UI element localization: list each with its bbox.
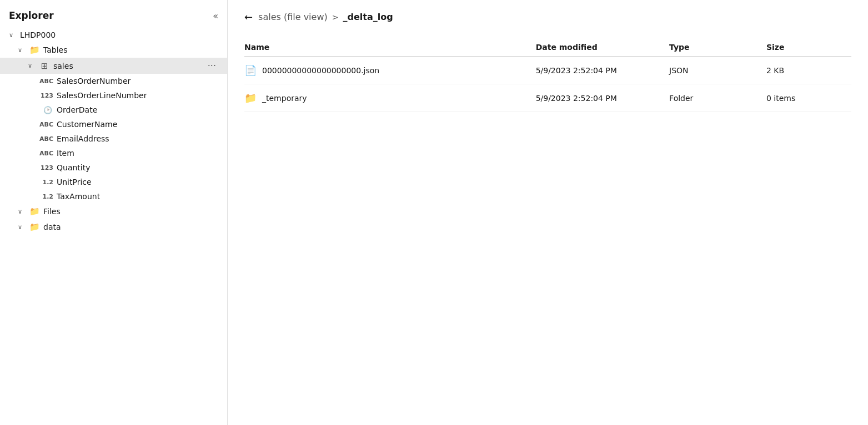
dtype-badge: 123 bbox=[38, 164, 53, 171]
file-name: 00000000000000000000.json bbox=[262, 66, 379, 75]
tree-node-item[interactable]: ABC Item bbox=[0, 146, 227, 160]
file-date: 5/9/2023 2:52:04 PM bbox=[536, 57, 669, 84]
column-label: Item bbox=[57, 149, 218, 158]
sidebar: Explorer « ∨ LHDP000 ∨ 📁 Tables ∨ ⊞ sale… bbox=[0, 0, 228, 425]
file-type: JSON bbox=[669, 57, 766, 84]
tables-label: Tables bbox=[43, 45, 218, 54]
sidebar-header: Explorer « bbox=[0, 0, 227, 28]
dtype-badge: ABC bbox=[38, 135, 53, 143]
folder-icon: 📁 bbox=[29, 222, 40, 232]
breadcrumb-current: _delta_log bbox=[343, 12, 393, 22]
column-label: SalesOrderNumber bbox=[57, 77, 218, 85]
table-row[interactable]: 📄 00000000000000000000.json 5/9/2023 2:5… bbox=[244, 57, 851, 84]
dtype-badge: ABC bbox=[38, 121, 53, 128]
main-content: ← sales (file view) > _delta_log Name Da… bbox=[228, 0, 868, 425]
tree-node-unitprice[interactable]: 1.2 UnitPrice bbox=[0, 175, 227, 189]
files-label: Files bbox=[43, 207, 218, 216]
tree-node-lhdp000[interactable]: ∨ LHDP000 bbox=[0, 28, 227, 42]
folder-icon: 📁 bbox=[29, 206, 40, 216]
file-name: _temporary bbox=[262, 94, 307, 103]
back-button[interactable]: ← bbox=[244, 11, 253, 23]
column-label: Quantity bbox=[57, 163, 218, 172]
file-type: Folder bbox=[669, 84, 766, 112]
col-header-name: Name bbox=[244, 38, 536, 57]
column-label: EmailAddress bbox=[57, 134, 218, 143]
tree-node-tables[interactable]: ∨ 📁 Tables bbox=[0, 42, 227, 58]
tree-node-emailaddress[interactable]: ABC EmailAddress bbox=[0, 131, 227, 146]
file-table: Name Date modified Type Size 📄 000000000… bbox=[244, 38, 851, 112]
file-size: 2 KB bbox=[766, 57, 851, 84]
table-icon: ⊞ bbox=[39, 61, 50, 71]
tree-node-sales[interactable]: ∨ ⊞ sales ··· bbox=[0, 58, 227, 74]
tree-node-quantity[interactable]: 123 Quantity bbox=[0, 160, 227, 175]
col-header-date: Date modified bbox=[536, 38, 669, 57]
tree-node-taxamount[interactable]: 1.2 TaxAmount bbox=[0, 189, 227, 204]
tree-node-customername[interactable]: ABC CustomerName bbox=[0, 117, 227, 131]
col-header-size: Size bbox=[766, 38, 851, 57]
dtype-badge: ABC bbox=[38, 150, 53, 157]
sales-more-button[interactable]: ··· bbox=[205, 60, 218, 71]
dtype-badge: 123 bbox=[38, 92, 53, 99]
calendar-icon: 🕑 bbox=[38, 106, 53, 114]
dtype-badge: 1.2 bbox=[38, 179, 53, 186]
tree-node-files[interactable]: ∨ 📁 Files bbox=[0, 204, 227, 219]
chevron-down-icon: ∨ bbox=[9, 32, 17, 39]
lhdp000-label: LHDP000 bbox=[20, 31, 218, 39]
breadcrumb: sales (file view) > _delta_log bbox=[258, 12, 393, 22]
sidebar-title: Explorer bbox=[9, 10, 54, 21]
breadcrumb-separator: > bbox=[332, 13, 339, 22]
dtype-badge: ABC bbox=[38, 78, 53, 85]
column-label: TaxAmount bbox=[57, 192, 218, 201]
folder-icon: 📁 bbox=[29, 45, 40, 55]
col-header-type: Type bbox=[669, 38, 766, 57]
file-date: 5/9/2023 2:52:04 PM bbox=[536, 84, 669, 112]
tree-node-salesorderlinenumber[interactable]: 123 SalesOrderLineNumber bbox=[0, 88, 227, 103]
column-label: SalesOrderLineNumber bbox=[57, 91, 218, 100]
collapse-sidebar-button[interactable]: « bbox=[213, 11, 218, 21]
dtype-badge: 1.2 bbox=[38, 193, 53, 200]
chevron-down-icon: ∨ bbox=[18, 47, 26, 54]
breadcrumb-parent-link[interactable]: sales (file view) bbox=[258, 12, 328, 22]
chevron-down-icon: ∨ bbox=[18, 224, 26, 231]
chevron-down-icon: ∨ bbox=[28, 62, 36, 69]
tree-node-data[interactable]: ∨ 📁 data bbox=[0, 219, 227, 235]
column-label: UnitPrice bbox=[57, 178, 218, 186]
file-icon: 📄 bbox=[244, 64, 257, 76]
sales-label: sales bbox=[53, 62, 202, 70]
column-label: OrderDate bbox=[57, 105, 218, 114]
table-row[interactable]: 📁 _temporary 5/9/2023 2:52:04 PM Folder … bbox=[244, 84, 851, 112]
file-size: 0 items bbox=[766, 84, 851, 112]
data-label: data bbox=[43, 222, 218, 231]
tree-node-orderdate[interactable]: 🕑 OrderDate bbox=[0, 103, 227, 117]
chevron-down-icon: ∨ bbox=[18, 208, 26, 215]
folder-icon: 📁 bbox=[244, 92, 257, 104]
breadcrumb-bar: ← sales (file view) > _delta_log bbox=[244, 11, 851, 23]
column-label: CustomerName bbox=[57, 120, 218, 129]
tree-node-salesordernumber[interactable]: ABC SalesOrderNumber bbox=[0, 74, 227, 88]
